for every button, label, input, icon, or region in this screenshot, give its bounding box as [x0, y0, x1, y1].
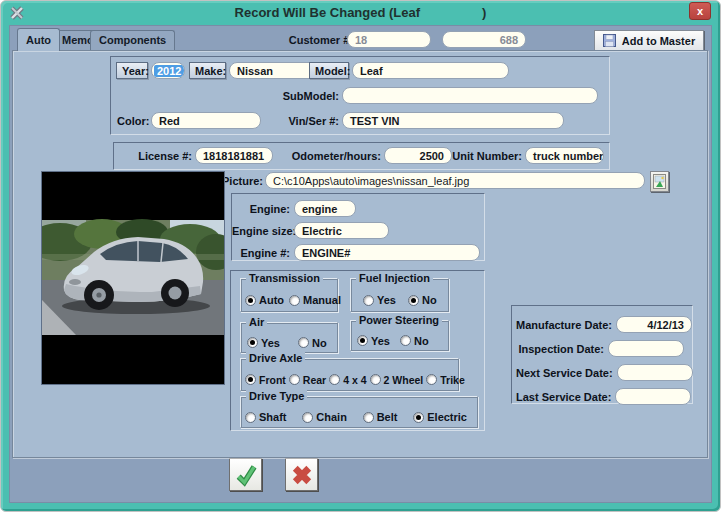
service-dates-group: Manufacture Date:4/12/13Inspection Date:…: [511, 305, 693, 404]
radio-circle-icon: [245, 295, 256, 306]
engine-size-field[interactable]: Electric: [294, 222, 389, 239]
make-button[interactable]: Make:: [189, 62, 226, 79]
radio-chain[interactable]: Chain: [302, 411, 347, 423]
submodel-field[interactable]: [342, 87, 598, 104]
radio-circle-icon: [363, 295, 374, 306]
radio-yes[interactable]: Yes: [357, 335, 390, 347]
date-row: Last Service Date:: [516, 388, 684, 405]
radio-circle-icon: [408, 295, 419, 306]
engine-field[interactable]: engine: [294, 200, 356, 217]
fuel-injection-group: Fuel InjectionYesNo: [350, 278, 449, 312]
radio-belt[interactable]: Belt: [363, 411, 398, 423]
radio-label: Auto: [259, 294, 284, 306]
date-label: Last Service Date:: [516, 391, 611, 403]
radio-label: Chain: [316, 411, 347, 423]
customer-number-field[interactable]: 18: [347, 31, 431, 48]
radio-circle-icon: [357, 335, 368, 346]
radio-label: No: [414, 335, 429, 347]
unit-number-field[interactable]: truck number: [525, 147, 604, 164]
year-button[interactable]: Year:: [116, 62, 148, 79]
radio-electric[interactable]: Electric: [413, 411, 467, 423]
tab-components[interactable]: Components: [90, 30, 175, 51]
radio-label: Yes: [261, 337, 280, 349]
year-field[interactable]: 2012: [151, 62, 185, 79]
ok-button[interactable]: [229, 458, 262, 491]
radio-trike[interactable]: Trike: [426, 374, 465, 386]
radio-circle-icon: [302, 412, 313, 423]
radio-circle-icon: [400, 335, 411, 346]
radio-label: Shaft: [259, 411, 287, 423]
radio-manual[interactable]: Manual: [289, 294, 341, 306]
engine-group: Engine: engine Engine size: Electric Eng…: [231, 193, 485, 261]
record-window: Record Will Be Changed (Leaf ) x Auto Me…: [0, 0, 721, 512]
radio-row: ShaftChainBeltElectric: [245, 407, 475, 427]
group-label: Drive Axle: [246, 352, 305, 364]
picture-icon: [653, 174, 666, 189]
group-label: Transmission: [246, 272, 323, 284]
group-label: Air: [246, 316, 267, 328]
customer-number2-field[interactable]: 688: [442, 31, 526, 48]
year-selected-text: 2012: [154, 65, 184, 77]
model-button[interactable]: Model:: [309, 62, 349, 79]
add-to-master-button[interactable]: Add to Master: [594, 30, 704, 51]
floppy-disk-icon: [603, 34, 616, 47]
window-title-paren: ): [482, 5, 486, 20]
drivetrain-options-group: TransmissionAutoManual Fuel InjectionYes…: [230, 270, 485, 431]
radio-yes[interactable]: Yes: [247, 337, 280, 349]
radio-yes[interactable]: Yes: [363, 294, 396, 306]
cross-icon: [290, 463, 314, 487]
radio-label: Yes: [371, 335, 390, 347]
radio-label: Belt: [377, 411, 398, 423]
engine-number-field[interactable]: ENGINE#: [294, 244, 480, 261]
drive-type-group: Drive TypeShaftChainBeltElectric: [240, 396, 478, 428]
date-field[interactable]: 4/12/13: [616, 316, 692, 333]
nissan-leaf-image: [42, 172, 224, 384]
radio-auto[interactable]: Auto: [245, 294, 284, 306]
color-label: Color:: [117, 115, 149, 127]
close-button[interactable]: x: [689, 2, 711, 20]
air-group: AirYesNo: [240, 322, 338, 353]
radio-2-wheel[interactable]: 2 Wheel: [370, 374, 424, 386]
radio-circle-icon: [245, 374, 256, 385]
engine-label: Engine:: [232, 203, 290, 215]
checkmark-icon: [233, 462, 259, 488]
cancel-button[interactable]: [285, 458, 318, 491]
load-picture-button[interactable]: [650, 171, 669, 192]
submodel-label: SubModel:: [232, 90, 339, 102]
radio-shaft[interactable]: Shaft: [245, 411, 287, 423]
engine-number-label: Engine #:: [232, 247, 290, 259]
radio-4-x-4[interactable]: 4 x 4: [329, 374, 366, 386]
radio-no[interactable]: No: [408, 294, 437, 306]
add-to-master-label: Add to Master: [622, 35, 695, 47]
date-field[interactable]: [617, 364, 693, 381]
odometer-field[interactable]: 2500: [384, 147, 452, 164]
vehicle-info-group: Year: 2012 Make: Nissan Model: Leaf SubM…: [110, 56, 610, 135]
vin-field[interactable]: TEST VIN: [342, 112, 564, 129]
transmission-group: TransmissionAutoManual: [240, 278, 338, 312]
picture-label: Picture:: [222, 175, 262, 187]
radio-circle-icon: [245, 412, 256, 423]
radio-label: Trike: [440, 374, 465, 386]
radio-circle-icon: [370, 374, 381, 385]
date-label: Manufacture Date:: [516, 319, 612, 331]
radio-row: FrontRear4 x 42 WheelTrike: [245, 369, 456, 390]
radio-no[interactable]: No: [298, 337, 327, 349]
date-label: Inspection Date:: [516, 343, 604, 355]
radio-rear[interactable]: Rear: [289, 374, 326, 386]
make-field[interactable]: Nissan: [229, 62, 321, 79]
date-row: Inspection Date:: [516, 340, 684, 357]
radio-front[interactable]: Front: [245, 374, 286, 386]
vehicle-photo: [41, 171, 225, 385]
picture-path-field[interactable]: C:\c10Apps\auto\images\nissan_leaf.jpg: [265, 172, 645, 189]
drive-axle-group: Drive AxleFrontRear4 x 42 WheelTrike: [240, 358, 459, 391]
radio-circle-icon: [413, 412, 424, 423]
model-field[interactable]: Leaf: [352, 62, 509, 79]
license-field[interactable]: 1818181881: [195, 147, 273, 164]
radio-row: YesNo: [355, 289, 446, 311]
date-field[interactable]: [608, 340, 684, 357]
tab-auto[interactable]: Auto: [17, 28, 60, 51]
radio-label: 2 Wheel: [384, 374, 424, 386]
radio-label: Front: [259, 374, 286, 386]
date-field[interactable]: [615, 388, 691, 405]
radio-no[interactable]: No: [400, 335, 429, 347]
